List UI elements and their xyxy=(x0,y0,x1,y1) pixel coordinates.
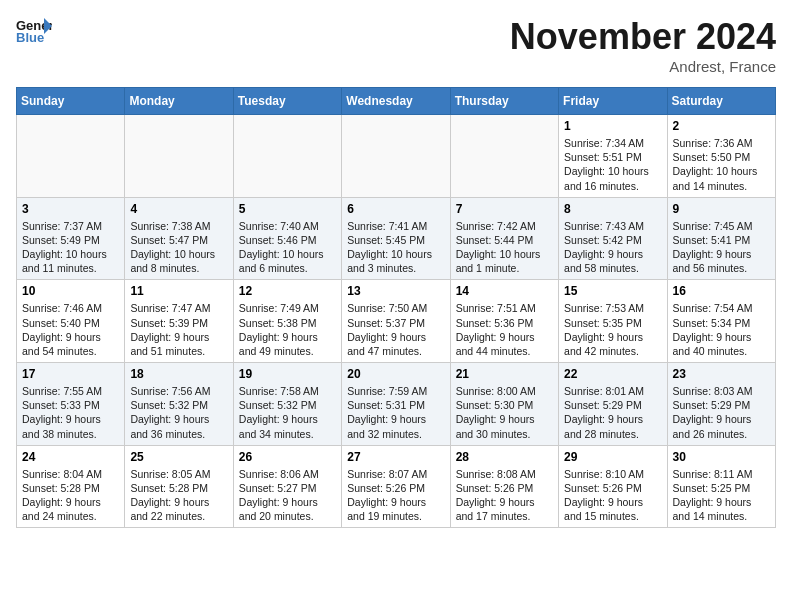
day-header-tuesday: Tuesday xyxy=(233,88,341,115)
title-block: November 2024 Andrest, France xyxy=(510,16,776,75)
day-number: 4 xyxy=(130,202,227,216)
calendar-cell: 3Sunrise: 7:37 AM Sunset: 5:49 PM Daylig… xyxy=(17,197,125,280)
day-info: Sunrise: 7:40 AM Sunset: 5:46 PM Dayligh… xyxy=(239,219,336,276)
day-number: 7 xyxy=(456,202,553,216)
location: Andrest, France xyxy=(510,58,776,75)
calendar-cell: 13Sunrise: 7:50 AM Sunset: 5:37 PM Dayli… xyxy=(342,280,450,363)
day-info: Sunrise: 8:00 AM Sunset: 5:30 PM Dayligh… xyxy=(456,384,553,441)
calendar-cell: 24Sunrise: 8:04 AM Sunset: 5:28 PM Dayli… xyxy=(17,445,125,528)
day-number: 10 xyxy=(22,284,119,298)
calendar-cell: 19Sunrise: 7:58 AM Sunset: 5:32 PM Dayli… xyxy=(233,363,341,446)
calendar-cell: 6Sunrise: 7:41 AM Sunset: 5:45 PM Daylig… xyxy=(342,197,450,280)
calendar-cell: 10Sunrise: 7:46 AM Sunset: 5:40 PM Dayli… xyxy=(17,280,125,363)
calendar-cell: 16Sunrise: 7:54 AM Sunset: 5:34 PM Dayli… xyxy=(667,280,775,363)
day-number: 28 xyxy=(456,450,553,464)
calendar-week-row: 1Sunrise: 7:34 AM Sunset: 5:51 PM Daylig… xyxy=(17,115,776,198)
day-info: Sunrise: 8:03 AM Sunset: 5:29 PM Dayligh… xyxy=(673,384,770,441)
day-number: 16 xyxy=(673,284,770,298)
logo: General Blue xyxy=(16,16,52,44)
calendar-cell: 21Sunrise: 8:00 AM Sunset: 5:30 PM Dayli… xyxy=(450,363,558,446)
day-number: 22 xyxy=(564,367,661,381)
calendar-cell: 7Sunrise: 7:42 AM Sunset: 5:44 PM Daylig… xyxy=(450,197,558,280)
day-number: 15 xyxy=(564,284,661,298)
day-info: Sunrise: 7:45 AM Sunset: 5:41 PM Dayligh… xyxy=(673,219,770,276)
day-info: Sunrise: 8:06 AM Sunset: 5:27 PM Dayligh… xyxy=(239,467,336,524)
day-number: 20 xyxy=(347,367,444,381)
calendar-cell: 26Sunrise: 8:06 AM Sunset: 5:27 PM Dayli… xyxy=(233,445,341,528)
calendar-cell: 11Sunrise: 7:47 AM Sunset: 5:39 PM Dayli… xyxy=(125,280,233,363)
day-number: 17 xyxy=(22,367,119,381)
calendar-cell: 20Sunrise: 7:59 AM Sunset: 5:31 PM Dayli… xyxy=(342,363,450,446)
day-number: 18 xyxy=(130,367,227,381)
calendar-cell: 18Sunrise: 7:56 AM Sunset: 5:32 PM Dayli… xyxy=(125,363,233,446)
calendar-cell: 2Sunrise: 7:36 AM Sunset: 5:50 PM Daylig… xyxy=(667,115,775,198)
calendar-week-row: 3Sunrise: 7:37 AM Sunset: 5:49 PM Daylig… xyxy=(17,197,776,280)
calendar-cell: 8Sunrise: 7:43 AM Sunset: 5:42 PM Daylig… xyxy=(559,197,667,280)
calendar-cell: 15Sunrise: 7:53 AM Sunset: 5:35 PM Dayli… xyxy=(559,280,667,363)
calendar-week-row: 17Sunrise: 7:55 AM Sunset: 5:33 PM Dayli… xyxy=(17,363,776,446)
day-info: Sunrise: 8:10 AM Sunset: 5:26 PM Dayligh… xyxy=(564,467,661,524)
day-number: 13 xyxy=(347,284,444,298)
day-number: 21 xyxy=(456,367,553,381)
calendar-header-row: SundayMondayTuesdayWednesdayThursdayFrid… xyxy=(17,88,776,115)
calendar-cell: 28Sunrise: 8:08 AM Sunset: 5:26 PM Dayli… xyxy=(450,445,558,528)
calendar-cell xyxy=(17,115,125,198)
day-number: 24 xyxy=(22,450,119,464)
page-header: General Blue November 2024 Andrest, Fran… xyxy=(16,16,776,75)
day-number: 25 xyxy=(130,450,227,464)
day-number: 19 xyxy=(239,367,336,381)
day-number: 11 xyxy=(130,284,227,298)
day-info: Sunrise: 7:36 AM Sunset: 5:50 PM Dayligh… xyxy=(673,136,770,193)
day-number: 9 xyxy=(673,202,770,216)
day-header-wednesday: Wednesday xyxy=(342,88,450,115)
calendar-cell: 9Sunrise: 7:45 AM Sunset: 5:41 PM Daylig… xyxy=(667,197,775,280)
day-number: 23 xyxy=(673,367,770,381)
day-info: Sunrise: 7:49 AM Sunset: 5:38 PM Dayligh… xyxy=(239,301,336,358)
day-number: 27 xyxy=(347,450,444,464)
day-info: Sunrise: 7:53 AM Sunset: 5:35 PM Dayligh… xyxy=(564,301,661,358)
day-header-saturday: Saturday xyxy=(667,88,775,115)
month-title: November 2024 xyxy=(510,16,776,58)
day-header-monday: Monday xyxy=(125,88,233,115)
day-header-thursday: Thursday xyxy=(450,88,558,115)
calendar-week-row: 24Sunrise: 8:04 AM Sunset: 5:28 PM Dayli… xyxy=(17,445,776,528)
calendar-cell: 27Sunrise: 8:07 AM Sunset: 5:26 PM Dayli… xyxy=(342,445,450,528)
calendar-cell xyxy=(342,115,450,198)
day-number: 8 xyxy=(564,202,661,216)
calendar-cell: 23Sunrise: 8:03 AM Sunset: 5:29 PM Dayli… xyxy=(667,363,775,446)
day-info: Sunrise: 7:51 AM Sunset: 5:36 PM Dayligh… xyxy=(456,301,553,358)
day-info: Sunrise: 8:08 AM Sunset: 5:26 PM Dayligh… xyxy=(456,467,553,524)
day-info: Sunrise: 7:54 AM Sunset: 5:34 PM Dayligh… xyxy=(673,301,770,358)
calendar-cell xyxy=(233,115,341,198)
day-number: 5 xyxy=(239,202,336,216)
day-info: Sunrise: 7:55 AM Sunset: 5:33 PM Dayligh… xyxy=(22,384,119,441)
day-number: 29 xyxy=(564,450,661,464)
calendar-cell xyxy=(450,115,558,198)
calendar-week-row: 10Sunrise: 7:46 AM Sunset: 5:40 PM Dayli… xyxy=(17,280,776,363)
day-info: Sunrise: 7:34 AM Sunset: 5:51 PM Dayligh… xyxy=(564,136,661,193)
day-info: Sunrise: 7:37 AM Sunset: 5:49 PM Dayligh… xyxy=(22,219,119,276)
calendar-cell: 30Sunrise: 8:11 AM Sunset: 5:25 PM Dayli… xyxy=(667,445,775,528)
calendar-cell: 12Sunrise: 7:49 AM Sunset: 5:38 PM Dayli… xyxy=(233,280,341,363)
calendar-cell: 5Sunrise: 7:40 AM Sunset: 5:46 PM Daylig… xyxy=(233,197,341,280)
day-info: Sunrise: 7:41 AM Sunset: 5:45 PM Dayligh… xyxy=(347,219,444,276)
day-number: 2 xyxy=(673,119,770,133)
svg-text:Blue: Blue xyxy=(16,30,44,44)
calendar-table: SundayMondayTuesdayWednesdayThursdayFrid… xyxy=(16,87,776,528)
day-number: 1 xyxy=(564,119,661,133)
logo-icon: General Blue xyxy=(16,16,52,44)
day-info: Sunrise: 7:50 AM Sunset: 5:37 PM Dayligh… xyxy=(347,301,444,358)
calendar-cell: 14Sunrise: 7:51 AM Sunset: 5:36 PM Dayli… xyxy=(450,280,558,363)
calendar-cell: 22Sunrise: 8:01 AM Sunset: 5:29 PM Dayli… xyxy=(559,363,667,446)
day-number: 30 xyxy=(673,450,770,464)
day-info: Sunrise: 8:05 AM Sunset: 5:28 PM Dayligh… xyxy=(130,467,227,524)
calendar-cell: 29Sunrise: 8:10 AM Sunset: 5:26 PM Dayli… xyxy=(559,445,667,528)
calendar-cell: 1Sunrise: 7:34 AM Sunset: 5:51 PM Daylig… xyxy=(559,115,667,198)
day-number: 14 xyxy=(456,284,553,298)
day-info: Sunrise: 7:43 AM Sunset: 5:42 PM Dayligh… xyxy=(564,219,661,276)
day-number: 26 xyxy=(239,450,336,464)
day-info: Sunrise: 7:56 AM Sunset: 5:32 PM Dayligh… xyxy=(130,384,227,441)
day-info: Sunrise: 7:42 AM Sunset: 5:44 PM Dayligh… xyxy=(456,219,553,276)
calendar-cell: 4Sunrise: 7:38 AM Sunset: 5:47 PM Daylig… xyxy=(125,197,233,280)
calendar-cell xyxy=(125,115,233,198)
